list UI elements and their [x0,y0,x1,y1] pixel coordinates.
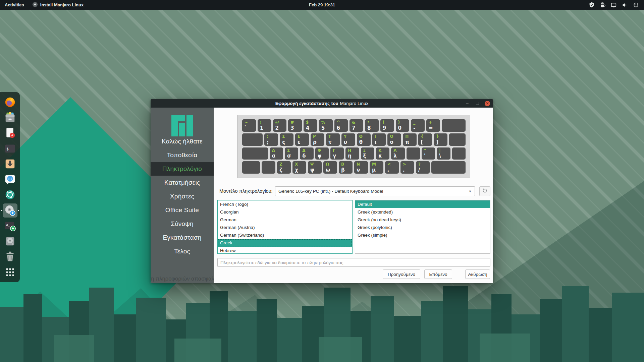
clock[interactable]: Feb 29 19:31 [0,2,644,7]
keyboard-key: Ττ [326,133,340,146]
dock-item-package-downloader[interactable] [3,157,17,171]
dock-item-text-editor[interactable] [3,126,17,140]
keyboard-key: $4 [304,119,317,132]
keyboard-model-label: Μοντέλο πληκτρολογίου: [219,188,273,194]
back-button[interactable]: Προηγούμενο [383,269,420,279]
keyboard-key: Ψψ [308,161,322,174]
dock-item-screenshot-tool[interactable] [3,188,17,202]
keyboard-key: #3 [288,119,302,132]
keyboard-key: Θθ [357,133,371,146]
keyboard-key [242,161,260,174]
keyboard-model-row: Μοντέλο πληκτρολογίου: Generic 105-key P… [219,186,490,196]
keyboard-key: Ωω [323,161,337,174]
reset-model-button[interactable] [479,186,490,196]
dock-item-messenger[interactable] [3,172,17,186]
layout-item[interactable]: Georgian [218,208,352,216]
system-tray [588,2,644,8]
keyboard-key: _- [411,119,425,132]
keyboard-key: Σς [280,133,293,146]
sidebar-step-6[interactable]: Office Suite [151,203,214,217]
dock-item-trash[interactable] [3,250,17,264]
window-titlebar[interactable]: Εφαρμογή εγκατάστασης τουManjaro Linux –… [151,99,493,108]
cancel-button[interactable]: Ακύρωση [465,269,490,279]
keyboard-preview: ~`!1@2#3$4%5^6&7*8(9)0_-+=:;ΣςΕεΡρΤτΥυΘθ… [237,115,470,178]
minimize-button[interactable]: – [465,101,470,106]
top-bar: Activities Install Manjaro Linux Feb 29 … [0,0,644,10]
keyboard-key: %5 [319,119,333,132]
keyboard-key: (9 [380,119,394,132]
activities-button[interactable]: Activities [0,0,29,10]
sidebar-step-1[interactable]: Καλώς ήλθατε [151,134,214,148]
restore-button[interactable] [475,101,480,106]
variant-item[interactable]: Greek (simple) [355,231,490,239]
keyboard-key: <, [385,161,399,174]
sidebar-step-9[interactable]: Τέλος [151,244,214,258]
keyboard-key: {[ [418,133,432,146]
sidebar-step-2[interactable]: Τοποθεσία [151,148,214,162]
sidebar-step-8[interactable]: Εγκατάσταση [151,231,214,244]
keyboard-key: Λλ [391,147,405,160]
reset-icon [482,188,488,195]
volume-icon[interactable] [622,2,628,8]
keyboard-key: Εε [295,133,309,146]
dock-item-app-grid[interactable] [3,265,17,279]
svg-text:$ _: $ _ [6,147,13,151]
sidebar-status-marquee: ση πληροφοριών απασφαλμά [151,276,214,282]
keyboard-key: Αα [270,147,283,160]
dock-item-disk-utility[interactable] [3,234,17,248]
sidebar-step-7[interactable]: Σύνοψη [151,217,214,231]
layout-item[interactable]: French (Togo) [218,200,352,208]
layout-item[interactable]: German (Austria) [218,224,352,231]
app-menu-button[interactable]: Install Manjaro Linux [29,0,87,10]
next-button[interactable]: Επόμενο [424,269,452,279]
dock-item-terminal[interactable]: $ _ [3,141,17,156]
keyboard-key: Ιι [372,133,386,146]
keyboard-key: Φφ [315,147,329,160]
keyboard-key: ~` [242,119,256,132]
installer-sidebar: Καλώς ήλθατεΤοποθεσίαΠληκτρολόγιοΚατατμή… [151,108,214,283]
dock-item-package-terminal[interactable]: #_ [3,219,17,233]
layout-item[interactable]: Hebrew [218,247,352,254]
keyboard-key: >. [400,161,414,174]
keyboard-key: Χχ [292,161,306,174]
layout-list: French (Togo)GeorgianGermanGerman (Austr… [217,200,353,254]
keyboard-key: Δδ [300,147,313,160]
variant-item[interactable]: Greek (no dead keys) [355,216,490,224]
dock-item-cd-installer[interactable] [3,203,17,218]
keyboard-key: &7 [350,119,363,132]
keyboard-key: }] [434,133,447,146]
keyboard-key [452,147,466,160]
layout-item[interactable]: German (Switzerland) [218,231,352,239]
sidebar-step-3[interactable]: Πληκτρολόγιο [151,162,214,176]
shield-check-icon[interactable] [588,2,595,8]
keyboard-key: Ζζ [277,161,291,174]
layout-item[interactable]: Greek [218,239,352,247]
display-icon[interactable] [610,2,617,8]
dock-item-firefox[interactable] [3,95,17,109]
dock: $ _#_ [0,92,20,282]
installer-window: Εφαρμογή εγκατάστασης τουManjaro Linux –… [151,99,493,283]
coffee-icon[interactable] [599,2,606,8]
sidebar-step-5[interactable]: Χρήστες [151,189,214,203]
keyboard-page: ~`!1@2#3$4%5^6&7*8(9)0_-+=:;ΣςΕεΡρΤτΥυΘθ… [214,108,493,283]
power-icon[interactable] [633,2,639,8]
variant-item[interactable]: Greek (polytonic) [355,224,490,231]
dock-item-file-manager[interactable] [3,111,17,125]
svg-text:#_: #_ [6,224,10,227]
variant-item[interactable]: Greek (extended) [355,208,490,216]
keyboard-key: )0 [396,119,410,132]
keyboard-key: |\ [437,147,450,160]
layout-item[interactable]: German [218,216,352,224]
window-title: Εφαρμογή εγκατάστασης τουManjaro Linux [151,101,493,106]
close-button[interactable]: ✕ [485,101,490,106]
variant-item[interactable]: Default [355,200,490,208]
keyboard-model-select[interactable]: Generic 105-key PC (intl.) - Default Key… [275,186,475,196]
sidebar-step-4[interactable]: Κατατμήσεις [151,176,214,189]
keyboard-test-input[interactable] [217,258,490,267]
keyboard-key: Ξξ [361,147,374,160]
keyboard-key: *8 [365,119,379,132]
keyboard-key: Ρρ [311,133,324,146]
manjaro-logo-icon [171,115,193,136]
keyboard-key [242,147,268,160]
keyboard-key: Υυ [341,133,355,146]
